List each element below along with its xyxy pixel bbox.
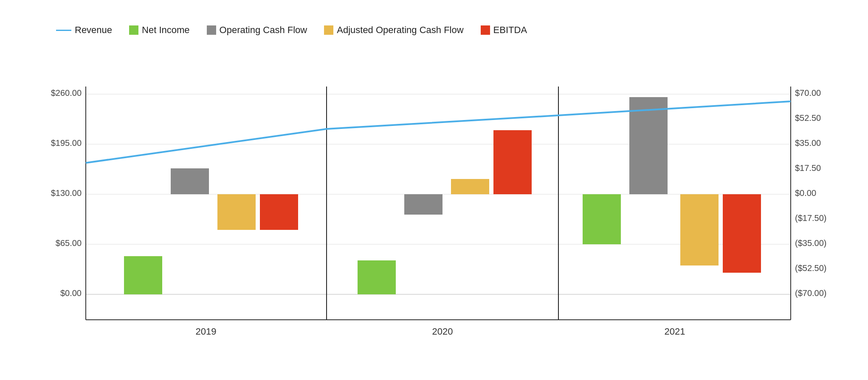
legend-revenue-label: Revenue xyxy=(75,25,112,36)
bar-2020-ebitda xyxy=(493,130,532,194)
legend-net-income-label: Net Income xyxy=(142,25,190,36)
legend-net-income-box xyxy=(129,25,138,35)
bar-2019-op-cashflow xyxy=(171,168,209,194)
legend-revenue-line xyxy=(56,30,71,31)
bar-2021-op-cashflow xyxy=(629,97,668,194)
bar-2020-net-income xyxy=(358,260,396,294)
x-label-2020: 2020 xyxy=(432,326,453,337)
y-label-0: $0.00 xyxy=(60,288,82,298)
x-label-2019: 2019 xyxy=(196,326,217,337)
bar-2019-adj-op-cf xyxy=(217,194,256,230)
main-chart-svg: $260.00 $195.00 $130.00 $65.00 $0.00 $70… xyxy=(48,44,829,341)
bar-2019-net-income xyxy=(124,256,162,294)
chart-area: $260.00 $195.00 $130.00 $65.00 $0.00 $70… xyxy=(48,44,829,341)
legend-operating-cash-flow-label: Operating Cash Flow xyxy=(220,25,307,36)
y-label-195: $195.00 xyxy=(51,138,82,148)
legend-ebitda-box xyxy=(481,25,490,35)
ry-label-0: $0.00 xyxy=(795,188,816,198)
bar-2020-op-cashflow xyxy=(404,194,442,215)
ry-label-35: $35.00 xyxy=(795,138,821,148)
ry-label-neg52-5: ($52.50) xyxy=(795,263,827,273)
bar-2019-ebitda xyxy=(260,194,298,230)
legend-revenue: Revenue xyxy=(56,25,112,36)
bar-2021-net-income xyxy=(583,194,621,244)
ry-label-neg70: ($70.00) xyxy=(795,288,827,298)
legend-adjusted-operating-cash-flow: Adjusted Operating Cash Flow xyxy=(324,25,463,36)
y-label-260: $260.00 xyxy=(51,88,82,98)
ry-label-70: $70.00 xyxy=(795,88,821,98)
bar-2021-ebitda xyxy=(723,194,761,273)
legend-ebitda-label: EBITDA xyxy=(493,25,527,36)
revenue-line xyxy=(86,101,791,163)
legend-operating-cash-flow: Operating Cash Flow xyxy=(207,25,307,36)
legend-net-income: Net Income xyxy=(129,25,190,36)
x-label-2021: 2021 xyxy=(665,326,685,337)
y-label-65: $65.00 xyxy=(56,238,82,248)
y-label-130: $130.00 xyxy=(51,188,82,198)
legend-adjusted-label: Adjusted Operating Cash Flow xyxy=(337,25,463,36)
ry-label-17-5: $17.50 xyxy=(795,163,821,173)
legend-adjusted-box xyxy=(324,25,333,35)
ry-label-neg17-5: ($17.50) xyxy=(795,213,827,223)
legend-ebitda: EBITDA xyxy=(481,25,527,36)
bar-2021-adj-op-cf xyxy=(680,194,719,265)
legend: Revenue Net Income Operating Cash Flow A… xyxy=(48,25,829,36)
legend-operating-cash-flow-box xyxy=(207,25,216,35)
bar-2020-adj-op-cf xyxy=(451,179,489,194)
ry-label-neg35: ($35.00) xyxy=(795,238,827,248)
ry-label-52-5: $52.50 xyxy=(795,113,821,123)
chart-container: Revenue Net Income Operating Cash Flow A… xyxy=(14,16,854,364)
